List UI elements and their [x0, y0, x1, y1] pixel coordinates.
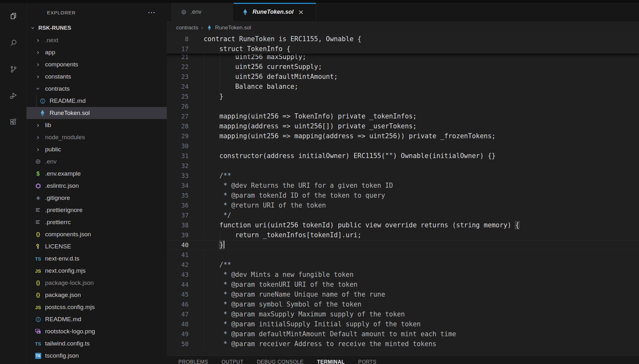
tree-item-label: RuneToken.sol — [50, 110, 90, 117]
code-line-31[interactable]: 31 constructor(address initialOwner) ERC… — [167, 151, 639, 161]
tree-file-README.md[interactable]: README.md — [27, 313, 167, 325]
code-line-22[interactable]: 22 uint256 currentSupply; — [167, 62, 639, 72]
activity-item-source-control[interactable] — [0, 56, 27, 82]
tree-folder-app[interactable]: ›app — [27, 46, 167, 58]
tree-folder-.next[interactable]: ›.next — [27, 34, 167, 46]
project-root-row[interactable]: › RSK-RUNES — [27, 22, 167, 34]
code-editor[interactable]: 21 uint256 maxSupply;22 uint256 currentS… — [167, 34, 639, 355]
tree-file-postcss.config.mjs[interactable]: JSpostcss.config.mjs — [27, 301, 167, 313]
tree-file-package.json[interactable]: {}package.json — [27, 289, 167, 301]
code-line-29[interactable]: 29 mapping(uint256 => mapping(address =>… — [167, 131, 639, 141]
panel-tab-debug-console[interactable]: DEBUG CONSOLE — [257, 359, 304, 364]
code-line-41[interactable]: 41 — [167, 250, 639, 260]
indent-guide — [204, 102, 204, 111]
vscode-window: EXPLORER ⋯ › RSK-RUNES ›.next›app›compon… — [0, 0, 639, 364]
code-line-43[interactable]: 43 * @dev Mints a new fungible token — [167, 270, 639, 280]
code-line-46[interactable]: 46 * @param symbol Symbol of the token — [167, 300, 639, 309]
tree-folder-contracts[interactable]: ›contracts — [27, 83, 167, 95]
tree-folder-constants[interactable]: ›constants — [27, 71, 167, 83]
code-line-28[interactable]: 28 mapping(address => uint256[]) private… — [167, 121, 639, 131]
tree-file-README.md[interactable]: README.md — [27, 95, 167, 107]
code-line-38[interactable]: 38 function uri(uint256 tokenId) public … — [167, 220, 639, 230]
panel-tab-ports[interactable]: PORTS — [358, 359, 376, 364]
tree-file-next.config.mjs[interactable]: JSnext.config.mjs — [27, 265, 167, 277]
activity-item-explorer[interactable] — [0, 3, 27, 29]
code-line-50[interactable]: 50 * @param receiver Address to receive … — [167, 339, 639, 349]
bottom-panel-tabs: PROBLEMSOUTPUTDEBUG CONSOLETERMINALPORTS — [167, 355, 639, 364]
code-line-32[interactable]: 32 — [167, 161, 639, 171]
braces-icon: {} — [35, 231, 41, 238]
panel-tab-terminal[interactable]: TERMINAL — [317, 359, 345, 364]
code-line-8[interactable]: 8contract RuneToken is ERC1155, Ownable … — [167, 34, 639, 44]
tree-item-label: .prettierignore — [45, 207, 82, 214]
code-line-25[interactable]: 25 } — [167, 92, 639, 102]
tree-file-.env.example[interactable]: $.env.example — [27, 168, 167, 180]
code-line-44[interactable]: 44 * @param tokenURI URI of the token — [167, 280, 639, 290]
tree-file-package-lock.json[interactable]: {}package-lock.json — [27, 277, 167, 289]
line-number: 33 — [167, 171, 189, 181]
code-text: mapping(address => uint256[]) private _u… — [204, 121, 417, 131]
activity-item-extensions[interactable] — [0, 109, 27, 135]
tree-file-.prettierrc[interactable]: .prettierrc — [27, 216, 167, 228]
code-line-49[interactable]: 49 * @param defaultMintAmount Default am… — [167, 329, 639, 339]
tree-file-.gitignore[interactable]: .gitignore — [27, 192, 167, 204]
code-line-23[interactable]: 23 uint256 defaultMintAmount; — [167, 72, 639, 82]
breadcrumb-file[interactable]: RuneToken.sol — [215, 25, 251, 31]
tree-folder-components[interactable]: ›components — [27, 58, 167, 71]
code-line-37[interactable]: 37 */ — [167, 210, 639, 220]
code-line-24[interactable]: 24 Balance balance; — [167, 82, 639, 92]
panel-tab-problems[interactable]: PROBLEMS — [178, 359, 208, 364]
code-line-34[interactable]: 34 * @dev Returns the URI for a given to… — [167, 181, 639, 191]
activity-item-run-debug[interactable] — [0, 82, 27, 109]
code-line-42[interactable]: 42 /** — [167, 260, 639, 270]
code-text: mapping(uint256 => TokenInfo) private _t… — [204, 111, 417, 121]
tab-.env[interactable]: .env — [171, 3, 234, 21]
tree-file-LICENSE[interactable]: LICENSE — [27, 240, 167, 253]
more-actions-icon[interactable]: ⋯ — [148, 11, 156, 14]
tree-item-label: app — [45, 49, 55, 56]
code-text: } — [204, 240, 224, 250]
code-line-39[interactable]: 39 return _tokenInfos[tokenId].uri; — [167, 230, 639, 240]
tree-file-.eslintrc.json[interactable]: .eslintrc.json — [27, 180, 167, 192]
tree-file-components.json[interactable]: {}components.json — [27, 228, 167, 240]
tree-file-tailwind.config.ts[interactable]: TStailwind.config.ts — [27, 337, 167, 350]
tree-item-label: components — [45, 61, 78, 68]
breadcrumb-folder[interactable]: contracts — [176, 25, 198, 31]
code-line-47[interactable]: 47 * @param maxSupply Maximum supply of … — [167, 309, 639, 319]
tree-folder-node_modules[interactable]: ›node_modules — [27, 131, 167, 143]
close-icon[interactable]: × — [298, 9, 304, 15]
tree-item-label: next.config.mjs — [45, 267, 86, 274]
ts-icon: TS — [35, 340, 41, 347]
code-line-26[interactable]: 26 — [167, 102, 639, 111]
tree-file-tsconfig.json[interactable]: TStsconfig.json — [27, 350, 167, 362]
tree-folder-public[interactable]: ›public — [27, 143, 167, 155]
tree-file-rootstock-logo.png[interactable]: rootstock-logo.png — [27, 325, 167, 337]
braces-icon: {} — [35, 279, 41, 287]
js-icon: JS — [35, 303, 41, 311]
tree-file-.prettierignore[interactable]: .prettierignore — [27, 204, 167, 216]
code-line-40[interactable]: 40 } — [167, 240, 639, 250]
line-number: 30 — [167, 141, 189, 151]
chevron-right-icon: › — [35, 134, 41, 140]
code-line-48[interactable]: 48 * @param initialSupply Initial supply… — [167, 319, 639, 329]
code-line-33[interactable]: 33 /** — [167, 171, 639, 181]
code-line-30[interactable]: 30 — [167, 141, 639, 151]
panel-tab-output[interactable]: OUTPUT — [222, 359, 244, 364]
sticky-scroll[interactable]: 8contract RuneToken is ERC1155, Ownable … — [167, 34, 639, 54]
code-lines[interactable]: 21 uint256 maxSupply;22 uint256 currentS… — [167, 34, 639, 349]
tree-item-label: components.json — [45, 231, 91, 238]
code-line-17[interactable]: 17 struct TokenInfo { — [167, 44, 639, 54]
tree-file-.env[interactable]: .env — [27, 155, 167, 168]
tree-file-RuneToken.sol[interactable]: RuneToken.sol — [27, 107, 167, 119]
chevron-right-icon: › — [35, 49, 41, 56]
ethereum-icon — [39, 109, 46, 117]
code-line-35[interactable]: 35 * @param tokenId ID of the token to q… — [167, 191, 639, 201]
code-line-45[interactable]: 45 * @param runeName Unique name of the … — [167, 290, 639, 300]
activity-item-search[interactable] — [0, 29, 27, 56]
code-line-27[interactable]: 27 mapping(uint256 => TokenInfo) private… — [167, 111, 639, 121]
code-line-36[interactable]: 36 * @return URI of the token — [167, 201, 639, 210]
tree-folder-lib[interactable]: ›lib — [27, 119, 167, 131]
text-cursor — [224, 241, 224, 248]
tab-RuneToken.sol[interactable]: RuneToken.sol× — [234, 3, 316, 21]
tree-file-next-env.d.ts[interactable]: TSnext-env.d.ts — [27, 253, 167, 265]
